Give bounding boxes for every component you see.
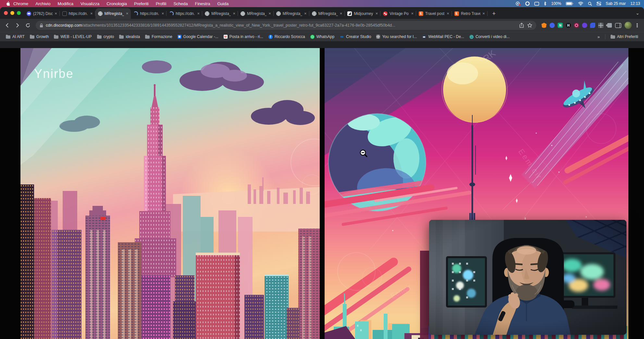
- bookmark-item[interactable]: WhatsApp: [308, 33, 337, 40]
- spotlight-icon[interactable]: [588, 2, 592, 6]
- browser-menu-icon[interactable]: [635, 23, 639, 28]
- bookmark-item[interactable]: Growth: [27, 33, 52, 40]
- window-icon[interactable]: [534, 2, 539, 6]
- menubar-item[interactable]: Modifica: [58, 1, 73, 6]
- browser-tab[interactable]: Vintage Po ×: [380, 8, 416, 19]
- browser-tab[interactable]: https://cdn. ×: [131, 8, 167, 19]
- tab-favicon: [27, 11, 31, 16]
- tab-favicon: [205, 11, 209, 16]
- menubar-item[interactable]: Visualizza: [80, 1, 99, 6]
- other-bookmarks-folder[interactable]: Altri Preferiti: [608, 33, 641, 40]
- poster-image-left[interactable]: Ynirbe: [20, 48, 320, 339]
- side-panel-icon[interactable]: [615, 23, 621, 28]
- tab-close-icon[interactable]: ×: [376, 11, 378, 16]
- browser-tab[interactable]: https://cdn. ×: [167, 8, 202, 19]
- new-tab-button[interactable]: +: [489, 9, 499, 18]
- browser-tab[interactable]: https://cdn. ×: [60, 8, 95, 19]
- bookmark-label: WEB - LEVEL-UP: [60, 34, 92, 39]
- browser-tab[interactable]: Travel post ×: [416, 8, 452, 19]
- browser-tab[interactable]: Retro Trave ×: [452, 8, 488, 19]
- screen-record-icon[interactable]: [515, 1, 521, 6]
- tab-close-icon[interactable]: ×: [482, 11, 485, 16]
- tab-favicon: [312, 11, 316, 16]
- menubar-item[interactable]: Archivio: [35, 1, 50, 6]
- browser-tab[interactable]: MRregista_ ×: [309, 8, 345, 19]
- share-icon[interactable]: [519, 23, 524, 28]
- bookmark-item[interactable]: Formazione: [142, 33, 175, 40]
- bookmark-item[interactable]: crypto: [94, 33, 117, 40]
- bookmarks-overflow-chevron[interactable]: »: [595, 34, 602, 39]
- bookmark-item[interactable]: WEB - LEVEL-UP: [51, 33, 94, 40]
- extension-icon[interactable]: H: [566, 23, 571, 28]
- bookmark-item[interactable]: Google Calendar -...: [175, 33, 221, 40]
- menubar-item[interactable]: Scheda: [173, 1, 188, 6]
- extension-icon[interactable]: [582, 23, 587, 28]
- extensions-puzzle-icon[interactable]: [607, 23, 612, 28]
- forward-button[interactable]: [13, 21, 22, 30]
- bookmark-star-icon[interactable]: [527, 23, 532, 28]
- wifi-icon[interactable]: [578, 2, 583, 6]
- bookmark-label: WebMail PEC - De...: [428, 34, 464, 39]
- menubar-item[interactable]: Profili: [156, 1, 167, 6]
- reload-button[interactable]: [23, 21, 32, 30]
- browser-tab[interactable]: (2762) Disc ×: [24, 8, 60, 19]
- menubar-date[interactable]: Sab 25 mar: [606, 1, 626, 6]
- extension-icon[interactable]: N: [558, 23, 563, 28]
- tab-close-icon[interactable]: ×: [197, 11, 200, 16]
- profile-avatar[interactable]: [625, 22, 632, 29]
- battery-icon[interactable]: [566, 2, 574, 6]
- bookmark-item[interactable]: Riccardo Scrocca: [266, 33, 308, 40]
- bookmark-item[interactable]: You searched for I...: [374, 33, 419, 40]
- page-content: Ynirbe: [0, 48, 644, 339]
- tab-close-icon[interactable]: ×: [90, 11, 93, 16]
- tab-close-icon[interactable]: ×: [233, 11, 235, 16]
- lock-icon[interactable]: [40, 23, 43, 28]
- tab-search-chevron-icon[interactable]: ⌄: [636, 10, 639, 16]
- bookmark-item[interactable]: WebMail PEC - De...: [419, 33, 466, 40]
- extension-icon[interactable]: [574, 23, 579, 28]
- minimize-window-button[interactable]: [10, 11, 14, 15]
- bookmark-item[interactable]: AI ART: [3, 33, 27, 40]
- menubar-item[interactable]: Cronologia: [106, 1, 127, 6]
- bookmark-label: idealista: [126, 34, 140, 39]
- close-window-button[interactable]: [4, 11, 8, 15]
- tab-close-icon[interactable]: ×: [162, 11, 164, 16]
- ring-icon[interactable]: [525, 1, 530, 6]
- tab-favicon: [133, 11, 138, 16]
- extension-icon[interactable]: [590, 23, 595, 28]
- control-center-icon[interactable]: [597, 2, 601, 6]
- window-controls: [3, 7, 24, 19]
- menubar-item[interactable]: Chrome: [13, 1, 28, 6]
- menubar-item[interactable]: Preferiti: [134, 1, 149, 6]
- browser-tab[interactable]: MRregista_ ×: [95, 8, 131, 19]
- bookmark-item[interactable]: Creator Studio: [337, 33, 374, 40]
- bookmark-item[interactable]: idealista: [117, 33, 142, 40]
- bookmark-item[interactable]: Converti i video di...: [467, 33, 512, 40]
- tab-close-icon[interactable]: ×: [55, 11, 57, 16]
- browser-tab[interactable]: MRregista_ ×: [238, 8, 274, 19]
- browser-tab[interactable]: MRregista_ ×: [202, 8, 238, 19]
- bookmarks-bar: AI ART Growth WEB - LEVEL-UP crypto idea…: [0, 32, 644, 41]
- menubar-item[interactable]: Finestra: [195, 1, 210, 6]
- extension-icon[interactable]: [541, 23, 547, 28]
- back-button[interactable]: [3, 21, 12, 30]
- menubar-item[interactable]: Guida: [217, 1, 229, 6]
- browser-tab[interactable]: Midjourney ×: [345, 8, 380, 19]
- tab-close-icon[interactable]: ×: [340, 11, 342, 16]
- tab-close-icon[interactable]: ×: [447, 11, 449, 16]
- tab-close-icon[interactable]: ×: [304, 11, 307, 16]
- browser-tab[interactable]: MRregista_ ×: [274, 8, 309, 19]
- apple-icon[interactable]: [6, 1, 10, 6]
- tab-close-icon[interactable]: ×: [411, 11, 414, 16]
- zoom-window-button[interactable]: [17, 11, 21, 15]
- address-bar[interactable]: cdn.discordapp.com/attachments/101351233…: [36, 21, 536, 30]
- extension-icon[interactable]: [550, 23, 555, 28]
- tab-close-icon[interactable]: ×: [126, 11, 129, 16]
- extension-icon[interactable]: [598, 23, 603, 28]
- bookmark-label: Growth: [36, 34, 49, 39]
- tab-close-icon[interactable]: ×: [268, 11, 271, 16]
- menubar-time[interactable]: 12:13: [630, 1, 640, 6]
- tab-title: MRregista_: [318, 11, 338, 16]
- bookmark-item[interactable]: Posta in arrivo - ri...: [221, 33, 266, 40]
- bluetooth-icon[interactable]: [544, 1, 547, 6]
